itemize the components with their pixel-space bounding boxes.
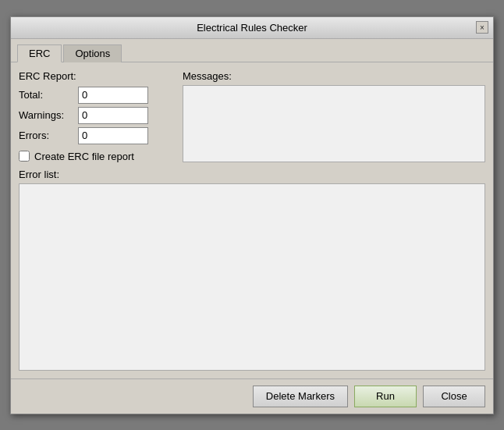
errors-label: Errors: bbox=[19, 130, 73, 141]
warnings-input[interactable] bbox=[78, 107, 148, 124]
left-panel: ERC Report: Total: Warnings: Errors: Cre… bbox=[19, 70, 175, 162]
errors-row: Errors: bbox=[19, 127, 175, 144]
tab-erc[interactable]: ERC bbox=[17, 44, 62, 62]
messages-box[interactable] bbox=[183, 85, 485, 162]
warnings-label: Warnings: bbox=[19, 109, 73, 121]
error-list-box[interactable] bbox=[19, 183, 485, 371]
close-icon: × bbox=[480, 23, 484, 32]
button-bar: Delete Markers Run Close bbox=[11, 378, 493, 414]
main-window: Electrical Rules Checker × ERC Options E… bbox=[10, 16, 494, 414]
tab-options[interactable]: Options bbox=[63, 44, 122, 62]
main-content: ERC Report: Total: Warnings: Errors: Cre… bbox=[11, 62, 493, 378]
window-title: Electrical Rules Checker bbox=[197, 22, 307, 34]
warnings-row: Warnings: bbox=[19, 107, 175, 124]
delete-markers-button[interactable]: Delete Markers bbox=[253, 386, 348, 407]
error-list-section: Error list: bbox=[19, 169, 485, 371]
run-button[interactable]: Run bbox=[354, 386, 417, 407]
top-section: ERC Report: Total: Warnings: Errors: Cre… bbox=[19, 70, 485, 162]
close-button[interactable]: Close bbox=[423, 386, 485, 407]
create-report-row: Create ERC file report bbox=[19, 151, 175, 162]
create-report-label: Create ERC file report bbox=[34, 151, 134, 162]
title-bar: Electrical Rules Checker × bbox=[11, 17, 493, 39]
total-input[interactable] bbox=[78, 87, 148, 104]
messages-label: Messages: bbox=[183, 70, 485, 82]
total-label: Total: bbox=[19, 89, 73, 101]
erc-report-label: ERC Report: bbox=[19, 70, 175, 82]
right-panel: Messages: bbox=[183, 70, 485, 162]
errors-input[interactable] bbox=[78, 127, 148, 144]
window-close-button[interactable]: × bbox=[476, 21, 488, 34]
total-row: Total: bbox=[19, 87, 175, 104]
error-list-label: Error list: bbox=[19, 169, 485, 180]
tab-bar: ERC Options bbox=[11, 39, 493, 62]
create-report-checkbox[interactable] bbox=[19, 151, 30, 162]
